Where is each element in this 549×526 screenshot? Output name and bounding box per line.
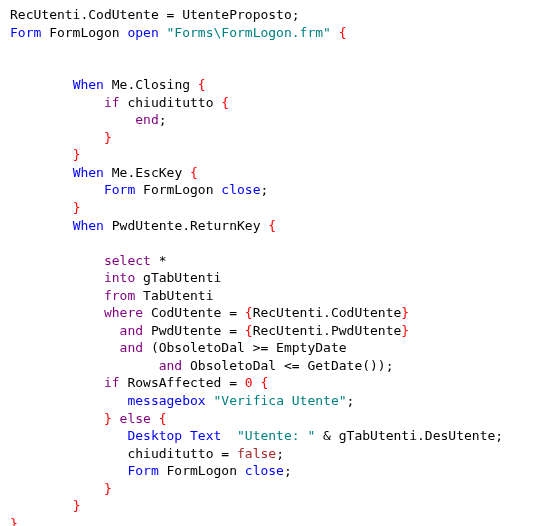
code-line: } <box>10 481 112 496</box>
code-line: RecUtenti.CodUtente = UtenteProposto; <box>10 7 300 22</box>
code-block: RecUtenti.CodUtente = UtenteProposto; Fo… <box>10 6 539 526</box>
code-line: end; <box>10 112 167 127</box>
code-line: Form FormLogon open "Forms\FormLogon.frm… <box>10 25 347 40</box>
code-line: } <box>10 516 18 526</box>
code-line: When Me.EscKey { <box>10 165 198 180</box>
code-line: from TabUtenti <box>10 288 214 303</box>
code-line: } <box>10 498 80 513</box>
code-line: When Me.Closing { <box>10 77 206 92</box>
code-line: and ObsoletoDal <= GetDate()); <box>10 358 394 373</box>
code-line: select * <box>10 253 167 268</box>
code-line: and (ObsoletoDal >= EmptyDate <box>10 340 347 355</box>
code-line: When PwdUtente.ReturnKey { <box>10 218 276 233</box>
code-line: } <box>10 130 112 145</box>
code-line: if RowsAffected = 0 { <box>10 375 268 390</box>
code-line: } else { <box>10 411 167 426</box>
code-line: } <box>10 200 80 215</box>
code-line: Form FormLogon close; <box>10 182 268 197</box>
code-line: Form FormLogon close; <box>10 463 292 478</box>
code-line: if chiuditutto { <box>10 95 229 110</box>
code-line: and PwdUtente = {RecUtenti.PwdUtente} <box>10 323 409 338</box>
code-line: where CodUtente = {RecUtenti.CodUtente} <box>10 305 409 320</box>
code-line: chiuditutto = false; <box>10 446 284 461</box>
code-line: into gTabUtenti <box>10 270 221 285</box>
code-line: Desktop Text "Utente: " & gTabUtenti.Des… <box>10 428 503 443</box>
code-line: messagebox "Verifica Utente"; <box>10 393 354 408</box>
code-line: } <box>10 147 80 162</box>
